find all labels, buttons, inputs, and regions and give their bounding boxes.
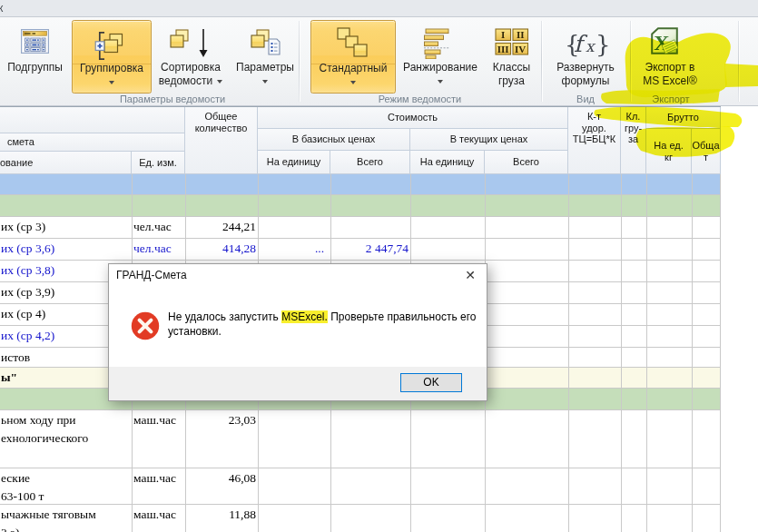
ranzhirovanie-button[interactable]: Ранжирование: [399, 20, 481, 92]
grid-vline: [568, 174, 569, 532]
cargo-classes-icon: I II III IV: [495, 28, 529, 56]
table-cell[interactable]: еские 63-100 т: [0, 469, 131, 506]
grid-vline: [692, 174, 693, 532]
gruppirovka-label: Группировка: [73, 62, 151, 75]
header-cell-ed-izm[interactable]: Ед. изм.: [132, 152, 185, 174]
table-row[interactable]: еские 63-100 тмаш.час46,08: [0, 468, 721, 505]
parametry-label: Параметры: [231, 61, 299, 74]
header-cell-smeta[interactable]: смета: [0, 133, 185, 152]
svg-text:}: }: [596, 31, 608, 58]
table-cell[interactable]: их (ср 3): [0, 218, 131, 236]
header-cell-stoimost[interactable]: Стоимость: [258, 107, 568, 129]
table-cell[interactable]: 11,88: [185, 506, 258, 524]
header-cell-na-edinitsu-baz[interactable]: На единицу: [258, 151, 330, 174]
partial-tab-label[interactable]: к: [0, 2, 3, 15]
error-dialog: ГРАНД-Смета ✕ Не удалось запустить MSExc…: [108, 263, 487, 401]
sortirovka-label-2: ведомости: [154, 74, 227, 88]
podgruppy-button[interactable]: Подгруппы: [5, 20, 65, 92]
group-label-parametry-vedomosti: Параметры ведомости: [34, 94, 310, 105]
gruppirovka-button[interactable]: Группировка: [72, 20, 152, 94]
dialog-message: Не удалось запустить MSExcel. Проверьте …: [168, 310, 477, 340]
standard-mode-icon: [336, 26, 370, 63]
header-cell-brutto[interactable]: Брутто: [646, 107, 721, 129]
header-cell-tekushchie[interactable]: В текущих ценах: [410, 129, 568, 151]
group-label-export: Экспорт: [630, 94, 712, 105]
header-cell-ovanie[interactable]: ование: [0, 152, 132, 174]
chevron-down-icon: [217, 80, 222, 84]
parameters-icon: [250, 28, 282, 59]
expand-formulas-icon: { f x }: [565, 27, 608, 60]
ribbon-tab-strip: к: [0, 0, 758, 17]
header-cell-vsego-baz[interactable]: Всего: [330, 151, 410, 174]
parametry-button[interactable]: Параметры: [231, 20, 299, 92]
header-cell-obshcha-t[interactable]: Обща т: [692, 129, 721, 174]
svg-text:II: II: [517, 29, 525, 40]
grid-vline: [646, 174, 647, 532]
export-excel-label-2: MS Excel®: [634, 74, 706, 88]
table-cell[interactable]: 414,28: [185, 240, 258, 258]
header-cell-na-ed-kg[interactable]: На ед. кг: [646, 129, 692, 174]
table-cell[interactable]: чел.час: [132, 240, 183, 258]
table-cell[interactable]: чел.час: [132, 218, 183, 236]
svg-text:IV: IV: [515, 44, 526, 54]
error-icon: [131, 311, 160, 340]
klassy-gruza-button[interactable]: I II III IV Классы груза: [487, 20, 537, 92]
group-label-vid: Вид: [541, 94, 630, 105]
header-cell-kt-udor[interactable]: К-т удор. ТЦ=БЦ*К: [568, 107, 621, 174]
table-row[interactable]: ычажные тяговым 3 э)маш.час11,88: [0, 505, 721, 532]
razvernut-formuly-button[interactable]: { f x } Развернуть формулы: [545, 20, 626, 92]
header-cell-obshchee-kolichestvo[interactable]: Общее количество: [185, 107, 258, 174]
group-divider: [738, 21, 739, 102]
ribbon: Подгруппы Группировка Сортировка ведомос…: [0, 17, 758, 106]
table-row[interactable]: [0, 174, 721, 195]
group-label-rezhim-vedomosti: Режим ведомости: [299, 94, 541, 105]
table-row[interactable]: [0, 195, 721, 217]
table-cell[interactable]: ычажные тяговым 3 э): [0, 506, 131, 532]
export-excel-label-1: Экспорт в: [634, 61, 706, 74]
subgroups-icon: [21, 29, 49, 54]
header-cell-kl-gruza[interactable]: Кл. гру- за: [621, 107, 646, 174]
klassy-label-1: Классы: [487, 61, 537, 74]
table-cell[interactable]: ьном ходу при ехнологического: [0, 411, 131, 448]
header-cell-empty[interactable]: [0, 107, 185, 133]
dialog-close-icon[interactable]: ✕: [461, 267, 479, 283]
sortirovka-button[interactable]: Сортировка ведомости: [154, 20, 227, 92]
table-cell[interactable]: ...: [258, 240, 330, 258]
razvernut-label-1: Развернуть: [545, 61, 626, 74]
ranzhirovanie-label: Ранжирование: [399, 61, 481, 74]
dialog-footer: OK: [109, 367, 487, 400]
chevron-down-icon: [350, 81, 356, 84]
export-excel-button[interactable]: X Экспорт в MS Excel®: [634, 20, 706, 92]
standartny-label: Стандартный: [311, 62, 395, 75]
chevron-down-icon: [262, 80, 268, 84]
table-row[interactable]: их (ср 3,6)чел.час414,28...2 447,74: [0, 239, 721, 261]
table-cell[interactable]: маш.час: [132, 506, 183, 524]
standartny-button[interactable]: Стандартный: [310, 20, 396, 94]
table-cell[interactable]: 46,08: [185, 469, 258, 488]
table-row[interactable]: их (ср 3)чел.час244,21: [0, 217, 721, 239]
table-cell[interactable]: 23,03: [185, 411, 258, 429]
group-divider: [630, 21, 631, 102]
table-cell[interactable]: их (ср 3,6): [0, 240, 131, 258]
table-cell[interactable]: 2 447,74: [330, 240, 410, 258]
excel-icon: X: [651, 27, 678, 54]
header-cell-na-edinitsu-tek[interactable]: На единицу: [410, 151, 485, 174]
razvernut-label-2: формулы: [545, 74, 626, 88]
chevron-down-icon: [109, 81, 114, 84]
svg-text:III: III: [497, 44, 509, 54]
table-row[interactable]: ьном ходу при ехнологическогомаш.час23,0…: [0, 410, 721, 468]
grouping-icon: [94, 29, 130, 64]
table-cell[interactable]: маш.час: [132, 469, 183, 488]
klassy-label-2: груза: [487, 74, 537, 88]
svg-text:I: I: [501, 29, 505, 40]
group-divider: [541, 21, 542, 102]
table-cell[interactable]: маш.час: [132, 411, 183, 429]
sort-icon: [169, 28, 212, 59]
ok-button[interactable]: OK: [400, 373, 462, 392]
chevron-down-icon: [438, 80, 443, 84]
ranking-icon: [423, 28, 459, 59]
header-cell-bazisnye[interactable]: В базисных ценах: [258, 129, 410, 151]
table-cell[interactable]: 244,21: [185, 218, 258, 236]
dialog-title: ГРАНД-Смета: [116, 269, 187, 281]
header-cell-vsego-tek[interactable]: Всего: [485, 151, 568, 174]
